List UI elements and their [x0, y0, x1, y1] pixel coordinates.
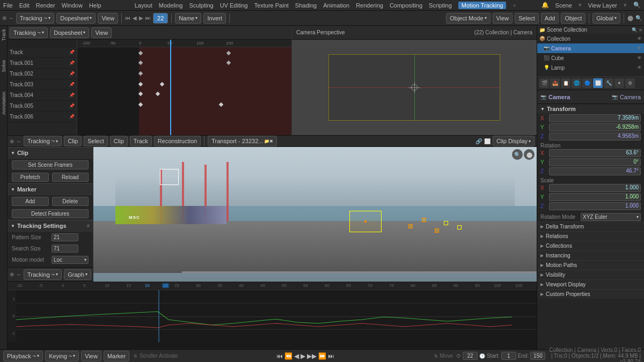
name-field[interactable]: Name▾ — [175, 13, 201, 24]
clip-viewport[interactable]: MSC — [93, 147, 537, 295]
tab-animation[interactable]: Animation — [323, 2, 349, 9]
clip-clip[interactable]: Clip — [110, 136, 128, 146]
current-frame-num[interactable]: 22 — [463, 352, 478, 360]
track-tab[interactable]: Track — [0, 28, 8, 42]
global-dropdown[interactable]: Global▾ — [592, 13, 620, 24]
tab-sculpting[interactable]: Sculpting — [189, 2, 213, 9]
track-row[interactable]: Track 📌 — [8, 47, 77, 58]
menu-help[interactable]: Help — [89, 2, 101, 9]
tab-compositing[interactable]: Compositing — [390, 2, 422, 9]
current-frame-display[interactable]: 22 — [153, 13, 168, 24]
select-btn[interactable]: Select — [515, 13, 539, 24]
scene-selector[interactable]: Scene — [555, 2, 572, 9]
rotation-y[interactable]: 0° — [549, 158, 641, 166]
clip-menu[interactable]: Clip — [64, 136, 82, 146]
location-y[interactable]: -6.9258m — [549, 123, 641, 131]
modifier-props-btn[interactable]: 🔧 — [604, 78, 613, 88]
outliner-cube[interactable]: ⬛ Cube 👁 — [537, 53, 644, 63]
custom-props-header[interactable]: ▶ Custom Properties — [537, 290, 644, 299]
render-props-btn[interactable]: 🎬 — [539, 78, 549, 88]
track-marker-4[interactable] — [444, 221, 448, 225]
track-row[interactable]: Track.006 📌 — [8, 112, 77, 122]
outliner-camera[interactable]: 📷 Camera 👁 — [537, 43, 644, 53]
dopesheet-dropdown[interactable]: Dopesheet▾ — [56, 13, 96, 24]
detect-features-btn[interactable]: Detect Features — [12, 209, 89, 218]
start-frame[interactable]: 1 — [501, 352, 516, 360]
annotation-tab[interactable]: Annotation — [0, 91, 8, 116]
viewport-display-header[interactable]: ▶ Viewport Display — [537, 280, 644, 289]
pattern-size-input[interactable] — [52, 233, 78, 241]
jump-start-btn[interactable]: ⏮ — [276, 352, 283, 360]
view-layer-selector[interactable]: View Layer — [588, 2, 617, 9]
track-box[interactable] — [349, 211, 382, 232]
scene-props-btn[interactable]: 🌐 — [572, 78, 581, 88]
track-row[interactable]: Track.003 📌 — [8, 79, 77, 90]
next-frame-btn[interactable]: ▶▶ — [307, 352, 317, 360]
object-mode-dropdown[interactable]: Object Mode▾ — [446, 13, 490, 24]
add-marker-btn[interactable]: Add — [12, 197, 49, 206]
scale-x[interactable]: 1.000 — [549, 184, 641, 192]
prev-frame-btn[interactable]: ◀ — [294, 352, 299, 360]
tab-motion-tracking[interactable]: Motion Tracking — [458, 2, 507, 9]
view2-btn[interactable]: View — [493, 13, 513, 24]
clip-reconstruction[interactable]: Reconstruction — [154, 136, 201, 146]
clip-select[interactable]: Select — [84, 136, 108, 146]
relations-header[interactable]: ▶ Relations — [537, 232, 644, 241]
track-marker-2[interactable] — [422, 218, 426, 222]
clip-track[interactable]: Track — [130, 136, 152, 146]
menu-edit[interactable]: Edit — [19, 2, 30, 9]
invert-btn[interactable]: Invert — [203, 13, 226, 24]
graph-tracking-dropdown[interactable]: Tracking ~▾ — [24, 269, 62, 280]
physics-props-btn[interactable]: ⚙ — [625, 78, 635, 88]
search-size-input[interactable] — [52, 245, 78, 253]
scale-y[interactable]: 1.000 — [549, 193, 641, 201]
track-marker-3[interactable] — [435, 228, 439, 233]
collections-header[interactable]: ▶ Collections — [537, 241, 644, 250]
location-z[interactable]: 4.9583m — [549, 132, 641, 141]
menu-window[interactable]: Window — [62, 2, 83, 9]
menu-render[interactable]: Render — [36, 2, 55, 9]
bottom-marker-btn[interactable]: Marker — [104, 351, 129, 361]
tracking-dropdown[interactable]: Tracking ~▾ — [16, 13, 54, 24]
playback-dropdown[interactable]: Playback ~▾ — [3, 351, 43, 361]
prefetch-btn[interactable]: Prefetch — [12, 173, 49, 182]
clip-display-dropdown[interactable]: Clip Display▾ — [493, 136, 535, 146]
outliner-lamp[interactable]: 💡 Lamp 👁 — [537, 63, 644, 72]
clip-tracking-dropdown[interactable]: Tracking ~▾ — [24, 136, 62, 146]
jump-end-btn[interactable]: ⏭ — [328, 352, 334, 360]
play-btn[interactable]: ▶ — [301, 352, 305, 360]
dopesheet-timeline[interactable]: -100 -50 0 50 100 150 — [77, 40, 291, 135]
particles-props-btn[interactable]: ✦ — [614, 78, 624, 88]
world-props-btn[interactable]: 🔵 — [582, 78, 592, 88]
view-layer-props-btn[interactable]: 📋 — [561, 78, 570, 88]
marker-tools-header[interactable]: ▼ Marker — [8, 183, 93, 195]
tab-modeling[interactable]: Modeling — [159, 2, 183, 9]
visibility-header[interactable]: ▶ Visibility — [537, 270, 644, 279]
tab-rendering[interactable]: Rendering — [356, 2, 383, 9]
keying-dropdown[interactable]: Keying ~▾ — [45, 351, 79, 361]
tab-layout[interactable]: Layout — [135, 2, 152, 9]
motion-paths-header[interactable]: ▶ Motion Paths — [537, 261, 644, 270]
menu-file[interactable]: File — [3, 2, 13, 9]
selection-box[interactable] — [160, 169, 179, 185]
rotation-mode-dropdown[interactable]: XYZ Euler ▾ — [581, 213, 641, 221]
location-x[interactable]: 7.3589m — [549, 114, 641, 122]
ds-dopesheet-dropdown[interactable]: Dopesheet▾ — [50, 27, 89, 38]
object-btn[interactable]: Object — [561, 13, 586, 24]
instancing-header[interactable]: ▶ Instancing — [537, 251, 644, 260]
track-marker-1[interactable] — [408, 224, 413, 228]
scale-z[interactable]: 1.000 — [549, 202, 641, 210]
solve-tab[interactable]: Solve — [0, 59, 8, 73]
zoom-control[interactable]: 🔍 — [512, 149, 523, 160]
ds-view-btn[interactable]: View — [91, 27, 112, 38]
ds-tracking-dropdown[interactable]: Tracking ~▾ — [10, 27, 48, 38]
motion-model-dropdown[interactable]: Loc ▾ — [52, 256, 89, 264]
tab-uv-editing[interactable]: UV Editing — [220, 2, 248, 9]
transport-label[interactable]: Transport - 23232... 📁✖ — [208, 136, 277, 146]
graph-content[interactable]: 1 0 -1 — [8, 290, 537, 342]
tab-texture-paint[interactable]: Texture Paint — [254, 2, 289, 9]
frame-fwd-btn[interactable]: ⏩ — [318, 352, 326, 360]
output-props-btn[interactable]: 📤 — [550, 78, 560, 88]
object-props-btn[interactable]: ⬜ — [593, 78, 603, 88]
track-row[interactable]: Track.002 📌 — [8, 69, 77, 79]
